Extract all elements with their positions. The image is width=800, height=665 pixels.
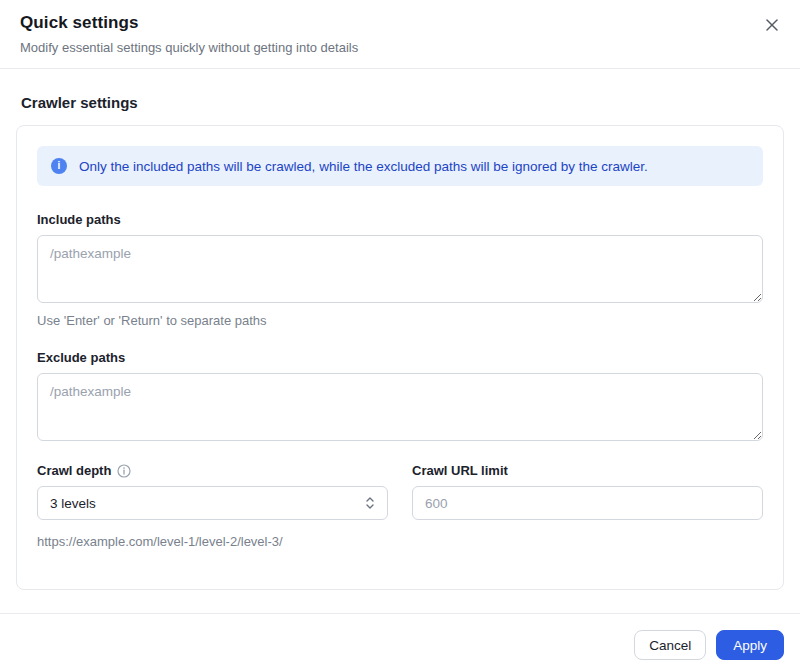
crawl-options-row: Crawl depth 3 levels (37, 463, 763, 520)
include-paths-textarea[interactable] (37, 235, 763, 303)
apply-button[interactable]: Apply (716, 630, 784, 660)
info-banner: i Only the included paths will be crawle… (37, 146, 763, 186)
close-button[interactable] (760, 13, 784, 37)
exclude-paths-textarea[interactable] (37, 373, 763, 441)
crawl-url-limit-input[interactable] (412, 486, 763, 520)
crawl-url-limit-label: Crawl URL limit (412, 463, 763, 478)
crawl-depth-selected-value: 3 levels (50, 496, 96, 511)
include-paths-label: Include paths (37, 212, 763, 227)
crawl-url-limit-field: Crawl URL limit (412, 463, 763, 520)
section-heading: Crawler settings (21, 94, 779, 111)
modal-footer: Cancel Apply (0, 614, 800, 665)
crawl-depth-field: Crawl depth 3 levels (37, 463, 388, 520)
page-title: Quick settings (20, 13, 780, 33)
close-icon (764, 17, 780, 33)
crawl-depth-label: Crawl depth (37, 463, 111, 478)
modal-body: Crawler settings i Only the included pat… (0, 94, 800, 590)
crawler-settings-card: i Only the included paths will be crawle… (16, 125, 784, 590)
info-outline-icon[interactable] (117, 464, 131, 478)
info-circle-icon: i (51, 158, 67, 174)
info-banner-text: Only the included paths will be crawled,… (79, 159, 648, 174)
cancel-button[interactable]: Cancel (634, 630, 706, 660)
exclude-paths-label: Exclude paths (37, 350, 763, 365)
crawl-depth-helper: https://example.com/level-1/level-2/leve… (37, 534, 763, 549)
caret-sort-icon (363, 495, 377, 511)
crawl-depth-select[interactable]: 3 levels (37, 486, 388, 520)
modal-header: Quick settings Modify essential settings… (0, 0, 800, 69)
modal-subtitle: Modify essential settings quickly withou… (20, 40, 780, 55)
include-paths-helper: Use 'Enter' or 'Return' to separate path… (37, 313, 763, 328)
